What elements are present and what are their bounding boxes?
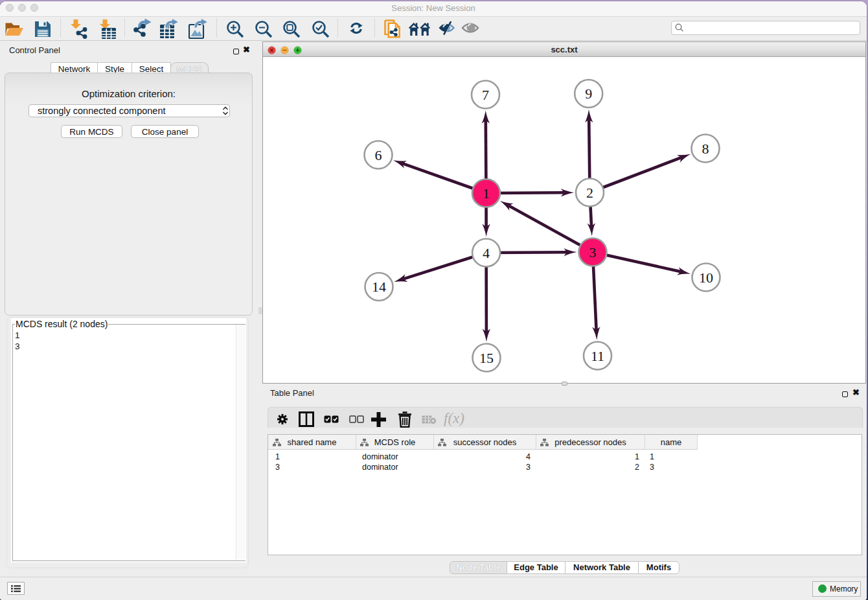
svg-text:8: 8 [702, 141, 709, 157]
svg-text:15: 15 [479, 350, 494, 366]
svg-text:7: 7 [482, 87, 489, 103]
svg-text:1: 1 [483, 185, 490, 202]
svg-text:10: 10 [699, 270, 713, 286]
svg-text:3: 3 [589, 244, 597, 260]
svg-text:9: 9 [585, 86, 592, 102]
svg-text:6: 6 [375, 147, 382, 163]
svg-text:11: 11 [591, 348, 604, 364]
svg-text:2: 2 [586, 185, 593, 201]
svg-text:14: 14 [372, 279, 386, 295]
svg-text:4: 4 [483, 245, 490, 261]
